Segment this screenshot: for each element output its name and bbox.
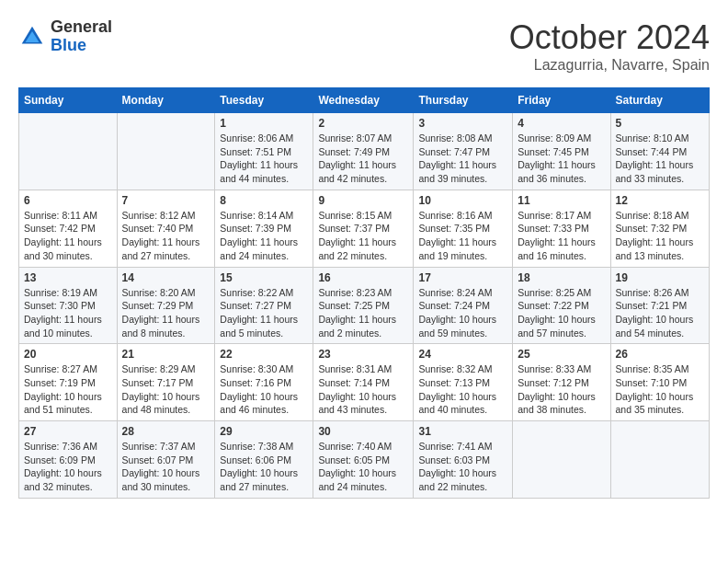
day-info: Sunrise: 8:29 AM Sunset: 7:17 PM Dayligh… bbox=[122, 362, 210, 417]
day-number: 21 bbox=[122, 348, 210, 361]
month-title: October 2024 bbox=[509, 18, 710, 57]
day-cell: 6Sunrise: 8:11 AM Sunset: 7:42 PM Daylig… bbox=[19, 190, 118, 267]
day-cell: 1Sunrise: 8:06 AM Sunset: 7:51 PM Daylig… bbox=[215, 113, 313, 190]
day-cell: 24Sunrise: 8:32 AM Sunset: 7:13 PM Dayli… bbox=[414, 344, 513, 421]
day-cell: 8Sunrise: 8:14 AM Sunset: 7:39 PM Daylig… bbox=[215, 190, 313, 267]
day-info: Sunrise: 8:23 AM Sunset: 7:25 PM Dayligh… bbox=[318, 286, 408, 340]
day-info: Sunrise: 8:08 AM Sunset: 7:47 PM Dayligh… bbox=[418, 132, 507, 186]
day-number: 19 bbox=[616, 271, 705, 284]
day-number: 29 bbox=[220, 425, 308, 438]
day-number: 28 bbox=[122, 425, 210, 438]
day-number: 17 bbox=[418, 271, 507, 284]
day-number: 2 bbox=[318, 117, 408, 130]
day-header-friday: Friday bbox=[513, 88, 610, 113]
day-info: Sunrise: 8:15 AM Sunset: 7:37 PM Dayligh… bbox=[318, 209, 408, 263]
day-info: Sunrise: 8:30 AM Sunset: 7:16 PM Dayligh… bbox=[220, 362, 308, 417]
day-info: Sunrise: 8:06 AM Sunset: 7:51 PM Dayligh… bbox=[220, 132, 308, 186]
day-cell: 23Sunrise: 8:31 AM Sunset: 7:14 PM Dayli… bbox=[313, 344, 414, 421]
day-info: Sunrise: 8:24 AM Sunset: 7:24 PM Dayligh… bbox=[418, 286, 507, 340]
logo-text: General Blue bbox=[51, 18, 112, 55]
day-cell bbox=[610, 421, 710, 499]
day-cell: 18Sunrise: 8:25 AM Sunset: 7:22 PM Dayli… bbox=[513, 267, 610, 344]
day-cell: 28Sunrise: 7:37 AM Sunset: 6:07 PM Dayli… bbox=[117, 421, 215, 499]
logo-icon bbox=[18, 23, 46, 51]
day-info: Sunrise: 7:41 AM Sunset: 6:03 PM Dayligh… bbox=[418, 440, 507, 494]
day-number: 20 bbox=[24, 348, 112, 361]
day-number: 31 bbox=[418, 425, 507, 438]
day-cell: 20Sunrise: 8:27 AM Sunset: 7:19 PM Dayli… bbox=[19, 344, 118, 421]
day-cell: 15Sunrise: 8:22 AM Sunset: 7:27 PM Dayli… bbox=[215, 267, 313, 344]
day-info: Sunrise: 7:40 AM Sunset: 6:05 PM Dayligh… bbox=[318, 440, 408, 494]
week-row-1: 1Sunrise: 8:06 AM Sunset: 7:51 PM Daylig… bbox=[19, 113, 710, 190]
day-number: 15 bbox=[220, 271, 308, 284]
day-number: 27 bbox=[24, 425, 112, 438]
day-cell: 2Sunrise: 8:07 AM Sunset: 7:49 PM Daylig… bbox=[313, 113, 414, 190]
day-info: Sunrise: 8:35 AM Sunset: 7:10 PM Dayligh… bbox=[616, 362, 705, 417]
day-number: 14 bbox=[122, 271, 210, 284]
day-number: 10 bbox=[418, 194, 507, 207]
day-cell: 19Sunrise: 8:26 AM Sunset: 7:21 PM Dayli… bbox=[610, 267, 710, 344]
day-info: Sunrise: 8:19 AM Sunset: 7:30 PM Dayligh… bbox=[24, 286, 112, 340]
week-row-5: 27Sunrise: 7:36 AM Sunset: 6:09 PM Dayli… bbox=[19, 421, 710, 499]
day-cell: 11Sunrise: 8:17 AM Sunset: 7:33 PM Dayli… bbox=[513, 190, 610, 267]
day-info: Sunrise: 8:20 AM Sunset: 7:29 PM Dayligh… bbox=[122, 286, 210, 340]
day-info: Sunrise: 8:17 AM Sunset: 7:33 PM Dayligh… bbox=[518, 209, 605, 263]
day-number: 13 bbox=[24, 271, 112, 284]
day-number: 23 bbox=[318, 348, 408, 361]
page-header: General Blue October 2024 Lazagurria, Na… bbox=[18, 18, 710, 74]
day-cell: 5Sunrise: 8:10 AM Sunset: 7:44 PM Daylig… bbox=[610, 113, 710, 190]
logo: General Blue bbox=[18, 18, 112, 55]
day-info: Sunrise: 8:27 AM Sunset: 7:19 PM Dayligh… bbox=[24, 362, 112, 417]
day-number: 3 bbox=[418, 117, 507, 130]
day-number: 8 bbox=[220, 194, 308, 207]
day-header-monday: Monday bbox=[117, 88, 215, 113]
day-info: Sunrise: 8:25 AM Sunset: 7:22 PM Dayligh… bbox=[518, 286, 605, 340]
day-info: Sunrise: 8:10 AM Sunset: 7:44 PM Dayligh… bbox=[616, 132, 705, 186]
day-info: Sunrise: 8:09 AM Sunset: 7:45 PM Dayligh… bbox=[518, 132, 605, 186]
day-cell: 17Sunrise: 8:24 AM Sunset: 7:24 PM Dayli… bbox=[414, 267, 513, 344]
day-number: 12 bbox=[616, 194, 705, 207]
day-number: 24 bbox=[418, 348, 507, 361]
week-row-2: 6Sunrise: 8:11 AM Sunset: 7:42 PM Daylig… bbox=[19, 190, 710, 267]
day-number: 6 bbox=[24, 194, 112, 207]
day-info: Sunrise: 8:31 AM Sunset: 7:14 PM Dayligh… bbox=[318, 362, 408, 417]
day-info: Sunrise: 8:16 AM Sunset: 7:35 PM Dayligh… bbox=[418, 209, 507, 263]
day-info: Sunrise: 8:07 AM Sunset: 7:49 PM Dayligh… bbox=[318, 132, 408, 186]
logo-blue: Blue bbox=[51, 37, 112, 55]
day-cell: 4Sunrise: 8:09 AM Sunset: 7:45 PM Daylig… bbox=[513, 113, 610, 190]
day-number: 5 bbox=[616, 117, 705, 130]
day-header-tuesday: Tuesday bbox=[215, 88, 313, 113]
day-number: 11 bbox=[518, 194, 605, 207]
day-info: Sunrise: 8:33 AM Sunset: 7:12 PM Dayligh… bbox=[518, 362, 605, 417]
day-number: 22 bbox=[220, 348, 308, 361]
day-number: 25 bbox=[518, 348, 605, 361]
day-cell: 9Sunrise: 8:15 AM Sunset: 7:37 PM Daylig… bbox=[313, 190, 414, 267]
day-header-thursday: Thursday bbox=[414, 88, 513, 113]
day-cell bbox=[19, 113, 118, 190]
day-info: Sunrise: 8:22 AM Sunset: 7:27 PM Dayligh… bbox=[220, 286, 308, 340]
day-cell: 12Sunrise: 8:18 AM Sunset: 7:32 PM Dayli… bbox=[610, 190, 710, 267]
day-number: 4 bbox=[518, 117, 605, 130]
day-info: Sunrise: 8:14 AM Sunset: 7:39 PM Dayligh… bbox=[220, 209, 308, 263]
day-info: Sunrise: 7:36 AM Sunset: 6:09 PM Dayligh… bbox=[24, 440, 112, 494]
calendar-table: SundayMondayTuesdayWednesdayThursdayFrid… bbox=[18, 87, 710, 499]
day-number: 9 bbox=[318, 194, 408, 207]
logo-general: General bbox=[51, 18, 112, 37]
day-cell: 7Sunrise: 8:12 AM Sunset: 7:40 PM Daylig… bbox=[117, 190, 215, 267]
week-row-4: 20Sunrise: 8:27 AM Sunset: 7:19 PM Dayli… bbox=[19, 344, 710, 421]
day-cell: 16Sunrise: 8:23 AM Sunset: 7:25 PM Dayli… bbox=[313, 267, 414, 344]
calendar-body: 1Sunrise: 8:06 AM Sunset: 7:51 PM Daylig… bbox=[19, 113, 710, 499]
day-info: Sunrise: 7:37 AM Sunset: 6:07 PM Dayligh… bbox=[122, 440, 210, 494]
day-info: Sunrise: 8:11 AM Sunset: 7:42 PM Dayligh… bbox=[24, 209, 112, 263]
day-cell: 10Sunrise: 8:16 AM Sunset: 7:35 PM Dayli… bbox=[414, 190, 513, 267]
day-number: 7 bbox=[122, 194, 210, 207]
day-header-saturday: Saturday bbox=[610, 88, 710, 113]
day-cell: 13Sunrise: 8:19 AM Sunset: 7:30 PM Dayli… bbox=[19, 267, 118, 344]
day-number: 26 bbox=[616, 348, 705, 361]
day-cell: 26Sunrise: 8:35 AM Sunset: 7:10 PM Dayli… bbox=[610, 344, 710, 421]
day-cell bbox=[117, 113, 215, 190]
day-cell: 30Sunrise: 7:40 AM Sunset: 6:05 PM Dayli… bbox=[313, 421, 414, 499]
week-row-3: 13Sunrise: 8:19 AM Sunset: 7:30 PM Dayli… bbox=[19, 267, 710, 344]
day-cell: 31Sunrise: 7:41 AM Sunset: 6:03 PM Dayli… bbox=[414, 421, 513, 499]
day-info: Sunrise: 8:12 AM Sunset: 7:40 PM Dayligh… bbox=[122, 209, 210, 263]
